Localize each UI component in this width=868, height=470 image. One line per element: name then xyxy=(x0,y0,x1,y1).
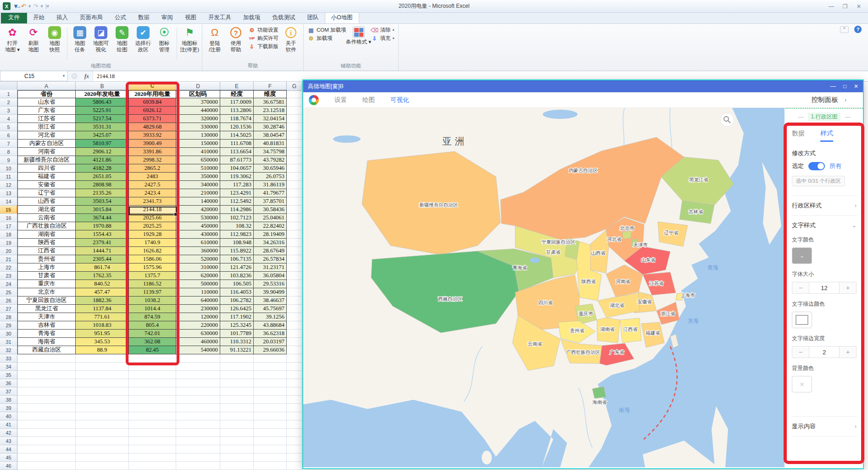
row-number-42[interactable]: 42 xyxy=(0,429,17,437)
cell[interactable] xyxy=(17,354,76,363)
cell[interactable] xyxy=(76,354,129,363)
cell-province[interactable]: 湖南省 xyxy=(17,230,76,239)
cell-usage[interactable]: 2025.66 xyxy=(129,214,176,222)
cell[interactable] xyxy=(129,371,176,379)
map-window-titlebar[interactable]: 高德地图[窗]B — □ ✕ xyxy=(303,80,863,92)
cell[interactable] xyxy=(287,263,302,272)
cell[interactable] xyxy=(254,437,287,445)
cell-province[interactable]: 海南省 xyxy=(17,338,76,346)
cell-code[interactable]: 220000 xyxy=(176,321,220,330)
cell[interactable] xyxy=(76,445,129,453)
font-size-plus-button[interactable]: + xyxy=(839,282,857,294)
cell-generation[interactable]: 88.9 xyxy=(76,346,129,354)
cell-latitude[interactable]: 37.85701 xyxy=(254,197,287,206)
cell[interactable] xyxy=(254,412,287,420)
cell-usage[interactable]: 82.45 xyxy=(129,346,176,354)
cell-province[interactable]: 贵州省 xyxy=(17,255,76,263)
cell-code[interactable]: 460000 xyxy=(176,338,220,346)
cell-usage[interactable]: 1586.06 xyxy=(129,255,176,263)
row-number-2[interactable]: 2 xyxy=(0,98,17,106)
row-number-34[interactable]: 34 xyxy=(0,363,17,371)
cell-generation[interactable]: 3531.31 xyxy=(76,123,129,131)
ribbon-button-加载项[interactable]: ⚙加载项 xyxy=(307,35,346,42)
cell-usage[interactable]: 4829.68 xyxy=(129,123,176,131)
cell-generation[interactable]: 2305.44 xyxy=(76,255,129,263)
cell[interactable] xyxy=(254,420,287,429)
cell[interactable] xyxy=(129,462,176,470)
cell-longitude[interactable]: 108.948 xyxy=(220,239,254,247)
map-canvas[interactable]: 新疆维吾尔自治区西藏自治区内蒙古自治区黑龙江省青海省甘肃省四川省云南省吉林省辽宁… xyxy=(303,108,785,468)
row-number-21[interactable]: 21 xyxy=(0,255,17,263)
cell-latitude[interactable]: 38.04547 xyxy=(254,131,287,140)
cell-longitude[interactable]: 120.1536 xyxy=(220,123,254,131)
row-number-43[interactable]: 43 xyxy=(0,437,17,445)
stroke-width-plus-button[interactable]: + xyxy=(839,346,857,358)
cell-province[interactable]: 天津市 xyxy=(17,313,76,321)
cell[interactable] xyxy=(17,363,76,371)
cell[interactable] xyxy=(176,412,220,420)
header-cell[interactable]: 区划码 xyxy=(176,90,220,98)
cell-usage[interactable]: 3900.49 xyxy=(129,140,176,148)
cell-province[interactable]: 黑龙江省 xyxy=(17,305,76,313)
cell[interactable] xyxy=(287,420,302,429)
column-header-A[interactable]: A xyxy=(17,82,76,91)
cell[interactable] xyxy=(287,321,302,330)
cell[interactable] xyxy=(17,420,76,429)
row-number-36[interactable]: 36 xyxy=(0,379,17,387)
cell[interactable] xyxy=(129,420,176,429)
cell-usage[interactable]: 1575.96 xyxy=(129,263,176,272)
cell[interactable] xyxy=(287,379,302,387)
header-cell[interactable]: 2020年发电量 xyxy=(76,90,129,98)
control-panel-toggle[interactable]: 控制面板› xyxy=(812,95,857,104)
cell-generation[interactable]: 3503.54 xyxy=(76,197,129,206)
stroke-width-value[interactable]: 2 xyxy=(809,346,839,358)
cell-latitude[interactable]: 34.75798 xyxy=(254,148,287,156)
row-number-35[interactable]: 35 xyxy=(0,371,17,379)
cell[interactable] xyxy=(176,354,220,363)
tab-审阅[interactable]: 审阅 xyxy=(156,12,179,23)
ribbon-button-打开地图[interactable]: ✿打开 地图 ▾ xyxy=(2,26,22,53)
province-region-北京市[interactable] xyxy=(623,231,632,239)
cell[interactable] xyxy=(287,305,302,313)
cell-code[interactable]: 650000 xyxy=(176,156,220,164)
cell[interactable] xyxy=(176,396,220,404)
row-number-13[interactable]: 13 xyxy=(0,189,17,197)
cell-usage[interactable]: 1139.97 xyxy=(129,288,176,297)
row-number-30[interactable]: 30 xyxy=(0,330,17,338)
column-header-G[interactable]: G xyxy=(287,82,302,91)
select-all-corner[interactable] xyxy=(0,82,17,91)
cell-code[interactable]: 410000 xyxy=(176,148,220,156)
insert-function-icon[interactable]: fx xyxy=(81,71,93,81)
selection-count-pill[interactable]: 选中 0/31 个行政区 xyxy=(792,176,845,186)
cell[interactable] xyxy=(287,181,302,189)
ribbon-button-使用帮助[interactable]: ?使用 帮助 xyxy=(226,26,246,53)
cell-code[interactable]: 140000 xyxy=(176,197,220,206)
row-number-27[interactable]: 27 xyxy=(0,305,17,313)
cell-generation[interactable]: 1444.71 xyxy=(76,247,129,255)
row-number-46[interactable]: 46 xyxy=(0,462,17,470)
cell-code[interactable]: 150000 xyxy=(176,140,220,148)
cell[interactable] xyxy=(17,404,76,412)
cell-usage[interactable]: 362.08 xyxy=(129,338,176,346)
cell-longitude[interactable]: 106.7135 xyxy=(220,255,254,263)
cell-latitude[interactable]: 34.26316 xyxy=(254,239,287,247)
cell-longitude[interactable]: 110.3312 xyxy=(220,338,254,346)
tab-data[interactable]: 数据 xyxy=(792,129,805,142)
cell-latitude[interactable]: 39.1256 xyxy=(254,313,287,321)
cell-province[interactable]: 广西壮族自治区 xyxy=(17,222,76,230)
cell-generation[interactable]: 3674.44 xyxy=(76,214,129,222)
cell[interactable] xyxy=(287,354,302,363)
cell[interactable] xyxy=(129,396,176,404)
cell-generation[interactable]: 3425.07 xyxy=(76,131,129,140)
cell-latitude[interactable]: 29.53316 xyxy=(254,280,287,288)
cell[interactable] xyxy=(287,330,302,338)
cell[interactable] xyxy=(287,214,302,222)
cell[interactable] xyxy=(287,280,302,288)
cell-code[interactable]: 330000 xyxy=(176,123,220,131)
cell-longitude[interactable]: 114.5025 xyxy=(220,131,254,140)
row-number-20[interactable]: 20 xyxy=(0,247,17,255)
cell[interactable] xyxy=(254,363,287,371)
row-number-6[interactable]: 6 xyxy=(0,131,17,140)
cell[interactable] xyxy=(287,115,302,123)
cell-generation[interactable]: 3015.84 xyxy=(76,206,129,214)
